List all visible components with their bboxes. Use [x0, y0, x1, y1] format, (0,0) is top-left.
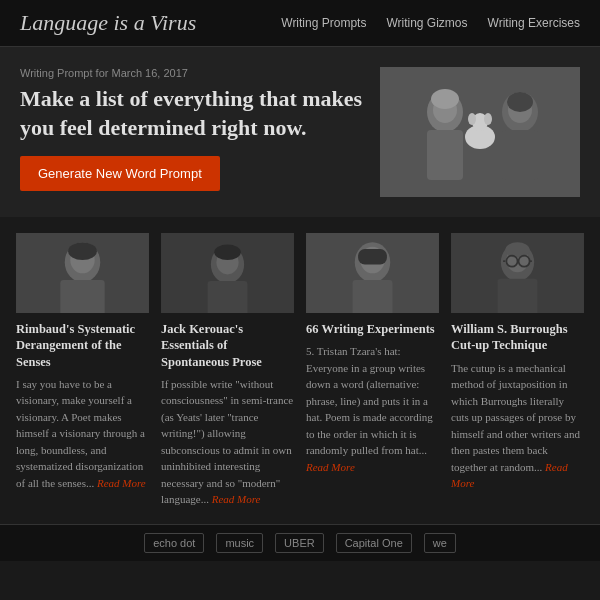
- svg-point-17: [68, 242, 97, 260]
- experiments-portrait: [306, 233, 439, 313]
- generate-prompt-button[interactable]: Generate New Word Prompt: [20, 156, 220, 191]
- svg-rect-27: [358, 249, 387, 265]
- card-kerouac-text: If possible write "without consciousness…: [161, 376, 294, 508]
- svg-point-6: [468, 113, 476, 125]
- hero-section: Writing Prompt for March 16, 2017 Make a…: [0, 47, 600, 217]
- card-experiments-title: 66 Writing Experiments: [306, 321, 439, 337]
- nav-writing-prompts[interactable]: Writing Prompts: [281, 16, 366, 30]
- card-burroughs-image: [451, 233, 584, 313]
- svg-point-22: [214, 244, 241, 260]
- ad-capital-one[interactable]: Capital One: [336, 533, 412, 553]
- card-rimbaud-read-more[interactable]: Read More: [97, 477, 146, 489]
- card-kerouac: Jack Kerouac's Essentials of Spontaneous…: [161, 233, 294, 508]
- svg-rect-9: [502, 130, 538, 180]
- hero-image: [380, 67, 580, 197]
- svg-rect-30: [498, 279, 538, 313]
- card-experiments-image: [306, 233, 439, 313]
- ad-music[interactable]: music: [216, 533, 263, 553]
- card-burroughs-title: William S. Burroughs Cut-up Technique: [451, 321, 584, 354]
- site-logo[interactable]: Language is a Virus: [20, 10, 196, 36]
- svg-rect-2: [427, 130, 463, 180]
- nav-writing-gizmos[interactable]: Writing Gizmos: [386, 16, 467, 30]
- card-burroughs: William S. Burroughs Cut-up Technique Th…: [451, 233, 584, 508]
- card-kerouac-read-more[interactable]: Read More: [212, 493, 261, 505]
- card-rimbaud: Rimbaud's Systematic Derangement of the …: [16, 233, 149, 508]
- ad-uber[interactable]: UBER: [275, 533, 324, 553]
- hero-image-svg: [380, 67, 580, 197]
- svg-rect-20: [208, 281, 248, 313]
- card-rimbaud-title: Rimbaud's Systematic Derangement of the …: [16, 321, 149, 370]
- card-burroughs-text: The cutup is a mechanical method of juxt…: [451, 360, 584, 508]
- svg-point-12: [431, 89, 459, 109]
- hero-label: Writing Prompt for March 16, 2017: [20, 67, 364, 79]
- card-kerouac-title: Jack Kerouac's Essentials of Spontaneous…: [161, 321, 294, 370]
- card-experiments-text: 5. Tristan Tzara's hat: Everyone in a gr…: [306, 343, 439, 508]
- ad-echo-dot[interactable]: echo dot: [144, 533, 204, 553]
- svg-point-7: [484, 113, 492, 125]
- ad-we[interactable]: we: [424, 533, 456, 553]
- main-nav: Writing Prompts Writing Gizmos Writing E…: [281, 16, 580, 30]
- svg-rect-25: [353, 280, 393, 313]
- card-rimbaud-text: I say you have to be a visionary, make y…: [16, 376, 149, 508]
- card-kerouac-image: [161, 233, 294, 313]
- rimbaud-portrait: [16, 233, 149, 313]
- footer-ad-bar: echo dot music UBER Capital One we: [0, 524, 600, 561]
- kerouac-portrait: [161, 233, 294, 313]
- burroughs-portrait: [451, 233, 584, 313]
- cards-section: Rimbaud's Systematic Derangement of the …: [0, 217, 600, 524]
- header: Language is a Virus Writing Prompts Writ…: [0, 0, 600, 47]
- card-experiments-read-more[interactable]: Read More: [306, 461, 355, 473]
- nav-writing-exercises[interactable]: Writing Exercises: [488, 16, 580, 30]
- card-rimbaud-image: [16, 233, 149, 313]
- svg-point-11: [507, 92, 533, 112]
- hero-title: Make a list of everything that makes you…: [20, 85, 364, 142]
- svg-rect-15: [60, 280, 104, 313]
- hero-content: Writing Prompt for March 16, 2017 Make a…: [20, 67, 364, 197]
- card-experiments: 66 Writing Experiments 5. Tristan Tzara'…: [306, 233, 439, 508]
